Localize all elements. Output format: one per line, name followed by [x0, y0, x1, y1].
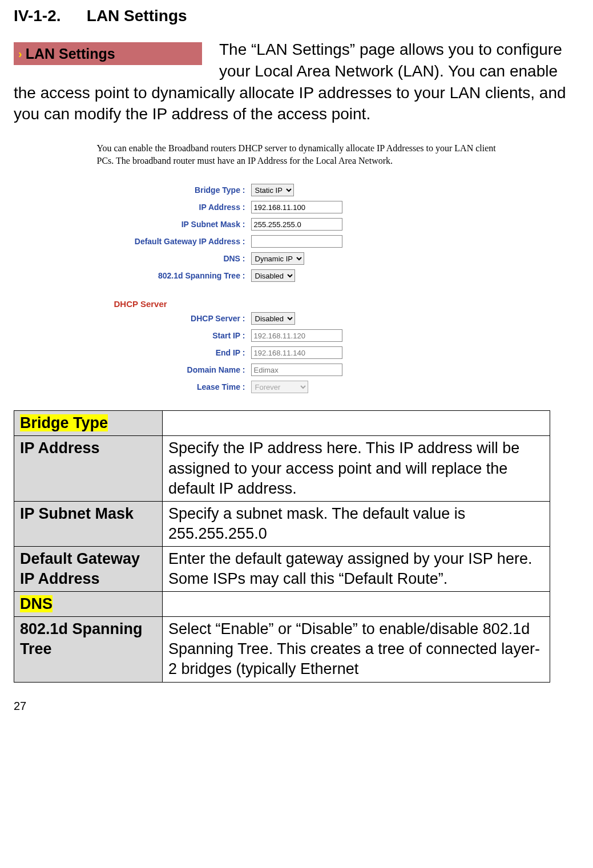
label-end-ip: End IP :: [97, 348, 251, 357]
select-dhcp-server[interactable]: Disabled: [251, 312, 295, 325]
label-domain-name: Domain Name :: [97, 365, 251, 374]
input-start-ip: [251, 329, 342, 342]
select-lease-time: Forever: [251, 381, 308, 393]
chevron-right-icon: ›: [18, 47, 22, 60]
input-end-ip: [251, 346, 342, 359]
definitions-body: Bridge TypeIP AddressSpecify the IP addr…: [14, 411, 550, 682]
select-spanning-tree[interactable]: Disabled: [251, 269, 295, 282]
table-row: Default Gateway IP AddressEnter the defa…: [14, 546, 550, 591]
definition-term: IP Subnet Mask: [14, 501, 163, 546]
definition-term: Bridge Type: [14, 411, 163, 436]
table-row: DNS: [14, 592, 550, 617]
definition-term: 802.1d Spanning Tree: [14, 617, 163, 682]
label-subnet-mask: IP Subnet Mask :: [97, 220, 251, 229]
input-gateway[interactable]: [251, 235, 342, 248]
row-subnet-mask: IP Subnet Mask :: [97, 218, 497, 231]
row-bridge-type: Bridge Type : Static IP: [97, 184, 497, 196]
row-ip-address: IP Address :: [97, 201, 497, 213]
table-row: IP AddressSpecify the IP address here. T…: [14, 436, 550, 501]
input-ip-address[interactable]: [251, 201, 342, 213]
lan-settings-form: You can enable the Broadband routers DHC…: [97, 142, 497, 393]
heading-number: IV-1-2.: [14, 7, 82, 25]
row-domain-name: Domain Name :: [97, 364, 497, 376]
input-subnet-mask[interactable]: [251, 218, 342, 231]
label-bridge-type: Bridge Type :: [97, 185, 251, 195]
row-spanning-tree: 802.1d Spanning Tree : Disabled: [97, 269, 497, 282]
lan-settings-badge: › LAN Settings: [14, 42, 202, 65]
row-dhcp-server: DHCP Server : Disabled: [97, 312, 497, 325]
select-bridge-type[interactable]: Static IP: [251, 184, 294, 196]
definition-desc: Enter the default gateway assigned by yo…: [163, 546, 550, 591]
label-dhcp-server: DHCP Server :: [97, 314, 251, 323]
label-start-ip: Start IP :: [97, 331, 251, 340]
definition-desc: Select “Enable” or “Disable” to enable/d…: [163, 617, 550, 682]
table-row: IP Subnet MaskSpecify a subnet mask. The…: [14, 501, 550, 546]
definitions-table: Bridge TypeIP AddressSpecify the IP addr…: [14, 410, 550, 682]
table-row: Bridge Type: [14, 411, 550, 436]
label-ip-address: IP Address :: [97, 203, 251, 212]
label-dns: DNS :: [97, 254, 251, 263]
row-gateway: Default Gateway IP Address :: [97, 235, 497, 248]
intro-block: › LAN Settings The “LAN Settings” page a…: [14, 39, 579, 125]
label-gateway: Default Gateway IP Address :: [97, 237, 251, 246]
select-dns[interactable]: Dynamic IP: [251, 252, 304, 265]
dhcp-server-heading: DHCP Server: [114, 299, 497, 309]
row-dns: DNS : Dynamic IP: [97, 252, 497, 265]
row-lease-time: Lease Time : Forever: [97, 381, 497, 393]
definition-desc: [163, 592, 550, 617]
definition-desc: Specify a subnet mask. The default value…: [163, 501, 550, 546]
definition-term: DNS: [14, 592, 163, 617]
label-spanning-tree: 802.1d Spanning Tree :: [97, 271, 251, 280]
row-end-ip: End IP :: [97, 346, 497, 359]
row-start-ip: Start IP :: [97, 329, 497, 342]
definition-term: IP Address: [14, 436, 163, 501]
badge-text: LAN Settings: [26, 46, 115, 62]
page-number: 27: [14, 700, 579, 713]
table-row: 802.1d Spanning TreeSelect “Enable” or “…: [14, 617, 550, 682]
definition-desc: Specify the IP address here. This IP add…: [163, 436, 550, 501]
input-domain-name: [251, 364, 342, 376]
definition-desc: [163, 411, 550, 436]
form-description: You can enable the Broadband routers DHC…: [97, 142, 497, 167]
heading-title: LAN Settings: [87, 7, 187, 25]
section-heading: IV-1-2. LAN Settings: [14, 7, 579, 25]
definition-term: Default Gateway IP Address: [14, 546, 163, 591]
label-lease-time: Lease Time :: [97, 382, 251, 391]
